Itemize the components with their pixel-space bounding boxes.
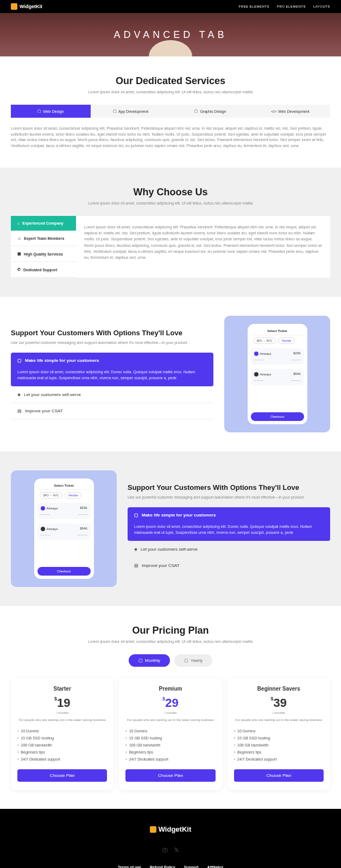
shield-icon: ◈ [17, 392, 21, 397]
services-subtitle: Lorem ipsum dolor sit amet, consectetur … [11, 90, 330, 94]
accordion-csat[interactable]: ▤Improve your CSAT [11, 403, 213, 419]
accordion-make-simple[interactable]: ▢Make life simple for your customers Lor… [11, 353, 213, 387]
link-refund[interactable]: Refund Policy [150, 865, 175, 868]
why-card: ⌂Experienced Company ☺Expert Team Member… [11, 216, 330, 278]
plan-beginner: Beginner Savers $39 / months For people … [228, 678, 330, 790]
accordion-csat-2[interactable]: ▤Improve your CSAT [128, 558, 330, 574]
footer-logo[interactable]: WidgetKit [11, 825, 330, 833]
support-subtitle-1: Use our powerful customer messaging and … [11, 341, 213, 344]
phone-2: Select Ticket SFO → NYC Flexible Airways… [34, 478, 94, 579]
why-subtitle: Lorem ipsum dolor sit amet, consectetur … [11, 201, 330, 205]
phone-mockup-2: Select Ticket SFO → NYC Flexible Airways… [11, 470, 117, 587]
accordion-body: Lorem ipsum dolor sit amet, consectetur … [17, 369, 207, 381]
accordion-self-serve-2[interactable]: ◈Let your customers self-serve [128, 541, 330, 558]
phone-icon: ✆ [17, 267, 21, 272]
services-tabs: ▢Web Design ▢App Development ▢Graphic De… [11, 105, 330, 118]
code-icon: </> [271, 110, 276, 113]
support-section-1: Support Your Customers With Options They… [0, 297, 341, 451]
pricing-title: Our Pricing Plan [11, 625, 330, 636]
choose-plan-starter[interactable]: Choose Plan [17, 769, 107, 782]
facebook-icon[interactable]: ⓕ [162, 847, 168, 854]
accordion-make-simple-2[interactable]: ▢Make life simple for your customers Lor… [128, 507, 330, 541]
logo-icon [11, 3, 17, 10]
link-affiliates[interactable]: Affiliates [207, 865, 224, 868]
ticket-card-2: Airways$546 —·—·——·—·— [251, 369, 304, 385]
footer-logo-icon [150, 826, 156, 833]
phone-1: Select Ticket SFO → NYC Flexible Airways… [248, 324, 307, 424]
plan-starter: Starter $19 / months For people who are … [11, 678, 113, 790]
phone-header: Select Ticket [251, 327, 304, 335]
footer-links: Terms of use Refund Policy Support Affil… [11, 865, 330, 868]
features-list: 10 Domins 15 GB SSD hosting 100 GB bandw… [17, 727, 107, 763]
choose-plan-premium[interactable]: Choose Plan [125, 769, 215, 782]
tab-web-design[interactable]: ▢Web Design [11, 105, 91, 118]
file-icon: ▢ [17, 358, 22, 363]
tab-graphic-design[interactable]: ▢Graphic Design [171, 105, 250, 118]
pricing-section: Our Pricing Plan Lorem ipsum dolor sit a… [0, 606, 341, 809]
chart-icon: ▤ [17, 409, 22, 413]
calendar-icon: ▢ [184, 658, 188, 663]
calendar-icon: ▢ [138, 658, 143, 663]
hero-title: ADVANCED TAB [113, 29, 227, 41]
nav-layouts[interactable]: LAYOUTS [313, 5, 330, 8]
why-section: Why Choose Us Lorem ipsum dolor sit amet… [0, 168, 341, 297]
tab-app-development[interactable]: ▢App Development [91, 105, 171, 118]
checkout-button[interactable]: Checkout [251, 412, 304, 421]
monitor-icon: ▢ [37, 109, 41, 113]
hero: ADVANCED TAB [0, 13, 341, 56]
ticket-card-1: Airways$236 —·—·——·—·— [251, 348, 304, 365]
accordion-self-serve[interactable]: ◈Let your customers self-serve [11, 387, 213, 403]
pricing-subtitle: Lorem ipsum dolor sit amet, consectetur … [11, 640, 330, 643]
tab-web-development[interactable]: </>Web Development [250, 105, 330, 118]
why-tab-experienced[interactable]: ⌂Experienced Company [11, 216, 76, 231]
phone-icon: ▢ [113, 109, 117, 113]
why-tab-support[interactable]: ✆Dedicated Support [11, 262, 76, 278]
nav-free-elements[interactable]: FREE ELEMENTS [238, 5, 269, 8]
services-title: Our Dedicated Services [11, 75, 330, 87]
support-text-1: Support Your Customers With Options They… [11, 329, 213, 420]
grid-icon: ▦ [17, 252, 21, 256]
plan-premium: Premium $29 / months For people who are … [119, 678, 222, 790]
choose-plan-beginner[interactable]: Choose Plan [234, 769, 324, 782]
nav-pro-elements[interactable]: PRO ELEMENTS [277, 5, 306, 8]
support-section-2: Select Ticket SFO → NYC Flexible Airways… [0, 451, 341, 606]
building-icon: ⌂ [17, 221, 20, 225]
tab-yearly[interactable]: ▢Yearly [174, 654, 212, 667]
why-tabs: ⌂Experienced Company ☺Expert Team Member… [11, 216, 76, 278]
pricing-cards: Starter $19 / months For people who are … [11, 678, 330, 790]
why-title: Why Choose Us [11, 187, 330, 198]
logo-text: WidgetKit [20, 4, 42, 9]
chart-icon: ▤ [134, 563, 138, 568]
footer: WidgetKit ⓕ 𝕏 Terms of use Refund Policy… [0, 809, 341, 868]
pricing-tabs: ▢Monthly ▢Yearly [11, 654, 330, 667]
why-tab-quality[interactable]: ▦High Quality Services [11, 246, 76, 262]
logo[interactable]: WidgetKit [11, 3, 42, 10]
users-icon: ☺ [17, 237, 21, 240]
link-support[interactable]: Support [184, 865, 199, 868]
phone-mockup-1: Select Ticket SFO → NYC Flexible Airways… [224, 316, 330, 432]
social-icons: ⓕ 𝕏 [11, 847, 330, 854]
services-section: Our Dedicated Services Lorem ipsum dolor… [0, 56, 341, 168]
shield-icon: ◈ [134, 547, 137, 552]
tab-monthly[interactable]: ▢Monthly [129, 654, 170, 667]
support-text-2: Support Your Customers With Options They… [128, 483, 330, 575]
nav-menu: FREE ELEMENTS PRO ELEMENTS LAYOUTS [238, 5, 330, 8]
grid-icon: ▢ [194, 109, 198, 113]
support-title-1: Support Your Customers With Options They… [11, 329, 213, 338]
header: WidgetKit FREE ELEMENTS PRO ELEMENTS LAY… [0, 0, 341, 13]
twitter-icon[interactable]: 𝕏 [174, 847, 179, 854]
link-terms[interactable]: Terms of use [118, 865, 141, 868]
why-content: Lorem ipsum dolor sit amet, consectetuer… [76, 216, 330, 278]
phone-route: SFO → NYC Flexible [251, 335, 304, 346]
why-tab-team[interactable]: ☺Expert Team Members [11, 231, 76, 246]
file-icon: ▢ [134, 513, 138, 518]
services-content: Lorem ipsum dolor sit amet, consectetuer… [11, 126, 330, 149]
